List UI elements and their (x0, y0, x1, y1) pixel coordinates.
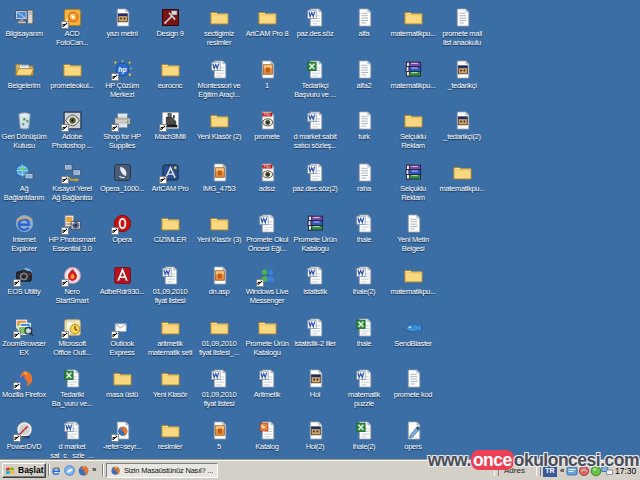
desktop-icon[interactable]: ArtCAM Pro (143, 162, 197, 193)
desktop-icon[interactable]: Opera_1000... (95, 162, 149, 193)
image-icon (257, 59, 278, 80)
desktop-icon[interactable]: IMG_4753 (192, 162, 246, 193)
desktop-icon[interactable]: -refer=seyr... (95, 420, 149, 451)
desktop-icon[interactable]: Bilgisayarım (0, 7, 51, 38)
nero-icon (62, 265, 83, 286)
desktop-icon[interactable]: ArtCAM Pro 8 (240, 7, 294, 38)
desktop-icon[interactable]: ZoomBrowser EX (0, 317, 51, 357)
desktop-icon[interactable]: Ağ Bağlantılarım (0, 162, 51, 202)
desktop-icon[interactable]: Geri Dönüşüm Kutusu (0, 110, 51, 150)
desktop-icon[interactable]: Hol (288, 368, 342, 399)
desktop-icon[interactable]: 1 (240, 59, 294, 90)
desktop-icon[interactable]: promete mail list anaokulu (435, 7, 489, 47)
desktop-icon[interactable]: Microsoft Office Outl... (45, 317, 99, 357)
desktop-icon[interactable]: opers (386, 420, 440, 451)
desktop-icon[interactable]: Tedariki Ba_vuru ve... (45, 368, 99, 408)
desktop-icon[interactable]: istatistik (288, 265, 342, 296)
desktop-icon[interactable]: HP Çözüm Merkezi (95, 59, 149, 99)
desktop-icon[interactable]: eurocnc (143, 59, 197, 90)
desktop-icon[interactable]: 01,09,2010 fiyat listesi (192, 368, 246, 408)
start-button[interactable]: Başlat (2, 463, 46, 478)
shortcut-arrow-icon (111, 73, 119, 81)
desktop-icon[interactable]: Kısayol Yerel Ağ Bağlantısı (45, 162, 99, 202)
desktop-icon[interactable]: aritmetik matematik seti (143, 317, 197, 357)
desktop-icon[interactable]: Belgelerim (0, 59, 51, 90)
desktop-icon[interactable]: raha (337, 162, 391, 193)
desktop-icon[interactable]: promete (240, 110, 294, 141)
desktop-icon[interactable]: alfa (337, 7, 391, 38)
desktop-icon[interactable]: Selçuklu Reklam (386, 110, 440, 150)
desktop-icon[interactable]: Aritmetik (240, 368, 294, 399)
desktop-icon[interactable]: resimler (143, 420, 197, 451)
desktop-icon[interactable]: SendBlaster (386, 317, 440, 348)
taskbar-window-button[interactable]: Sizin Masaüstünüz Nasıl? ... (106, 463, 218, 478)
desktop-icon[interactable]: matematikpu... (386, 265, 440, 296)
desktop-icon[interactable]: 01,09,2010 fiyat listesi_... (192, 317, 246, 357)
desktop-icon-label: Kısayol Yerel Ağ Bağlantısı (52, 184, 93, 202)
desktop-icon[interactable]: Tedarikçi Başvuru ve ... (288, 59, 342, 99)
quick-launch-internet-explorer-icon[interactable] (50, 464, 63, 477)
desktop-icon[interactable]: Shop for HP Supplies (95, 110, 149, 150)
desktop-icon[interactable]: Yeni Klasör (3) (192, 213, 246, 244)
desktop-icon[interactable]: Windows Live Messenger (240, 265, 294, 305)
desktop-icon-label: yazı metni (106, 29, 137, 38)
desktop-icon[interactable]: matematik puzzle (337, 368, 391, 408)
design9-icon (160, 7, 181, 28)
desktop-icon[interactable]: Montessori ve Eğitim Araçl... (192, 59, 246, 99)
desktop-icon[interactable]: ihale (337, 317, 391, 348)
desktop-icon[interactable]: ihale (337, 213, 391, 244)
desktop-icon[interactable]: ACD FotoCan... (45, 7, 99, 47)
desktop-icon[interactable]: Katalog (240, 420, 294, 451)
desktop-icon[interactable]: Mach3Mill (143, 110, 197, 141)
desktop-icon[interactable]: CİZİMLER (143, 213, 197, 244)
desktop-icon[interactable]: Design 9 (143, 7, 197, 38)
desktop-icon[interactable]: sectigimiz resimler (192, 7, 246, 47)
desktop-icon[interactable]: dn.asp (192, 265, 246, 296)
desktop-icon[interactable]: yazı metni (95, 7, 149, 38)
desktop-icon[interactable]: 01,09,2010 fiyat listesi (143, 265, 197, 305)
desktop-icon[interactable]: paz.des.söz(2) (288, 162, 342, 193)
desktop-icon[interactable]: Nero StartSmart (45, 265, 99, 305)
desktop-icon[interactable]: Internet Explorer (0, 213, 51, 253)
desktop-icon[interactable]: adsız (240, 162, 294, 193)
desktop-icon[interactable]: Hol(2) (288, 420, 342, 451)
desktop-icon[interactable]: prometeokul... (45, 59, 99, 90)
desktop-icon[interactable]: matematikpu... (386, 59, 440, 90)
desktop-icon[interactable]: Selçuklu Reklam (386, 162, 440, 202)
desktop-icon[interactable]: turk (337, 110, 391, 141)
desktop-icon[interactable]: Adobe Photoshop ... (45, 110, 99, 150)
desktop-icon[interactable]: paz.des.söz (288, 7, 342, 38)
quick-launch-overflow-chevron[interactable]: » (92, 466, 96, 474)
desktop-icon[interactable]: Promete Ürün Katalogu (288, 213, 342, 253)
desktop-icon[interactable]: matematikpu... (386, 7, 440, 38)
desktop-icon[interactable]: Promete Okul Öncesi Eği... (240, 213, 294, 253)
desktop-icon[interactable]: d market sabit satıcı sözleş... (288, 110, 342, 150)
desktop-icon[interactable]: alfa2 (337, 59, 391, 90)
desktop-icon[interactable]: Promete Ürün Katalogu (240, 317, 294, 357)
desktop-icon[interactable]: 5 (192, 420, 246, 451)
desktop[interactable]: BilgisayarımACD FotoCan...yazı metniDesi… (0, 0, 640, 480)
desktop-icon[interactable]: _tedarikçi(2) (435, 110, 489, 141)
desktop-icon[interactable]: PowerDVD (0, 420, 51, 451)
desktop-icon[interactable]: ihale(2) (337, 265, 391, 296)
desktop-icon[interactable]: promete kod (386, 368, 440, 399)
desktop-icon[interactable]: istatistik-2 iller (288, 317, 342, 348)
desktop-icon[interactable]: AdbeRdr930... (95, 265, 149, 296)
quick-launch-firefox-icon[interactable] (77, 464, 90, 477)
desktop-icon[interactable]: matematikpu... (435, 162, 489, 193)
desktop-icon[interactable]: Yeni Klasör (143, 368, 197, 399)
desktop-icon[interactable]: Mozilla Firefox (0, 368, 51, 399)
desktop-icon[interactable]: Yeni Klasör (2) (192, 110, 246, 141)
desktop-icon[interactable]: Yeni Metin Belgesi (386, 213, 440, 253)
desktop-icon-label: Nero StartSmart (56, 287, 89, 305)
desktop-icon[interactable]: _tedarikçi (435, 59, 489, 90)
desktop-icon[interactable]: HP Photosmart Essential 3.0 (45, 213, 99, 253)
shortcut-arrow-icon (111, 124, 119, 132)
desktop-icon[interactable]: Opera (95, 213, 149, 244)
desktop-icon[interactable]: Outlook Express (95, 317, 149, 357)
quick-launch-msn-icon[interactable] (63, 464, 76, 477)
desktop-icon[interactable]: EOS Utility (0, 265, 51, 296)
desktop-icon[interactable]: ihale(2) (337, 420, 391, 451)
desktop-icon[interactable]: masa üstü (95, 368, 149, 399)
desktop-icon[interactable]: d market sat_c_ szle_... (45, 420, 99, 460)
